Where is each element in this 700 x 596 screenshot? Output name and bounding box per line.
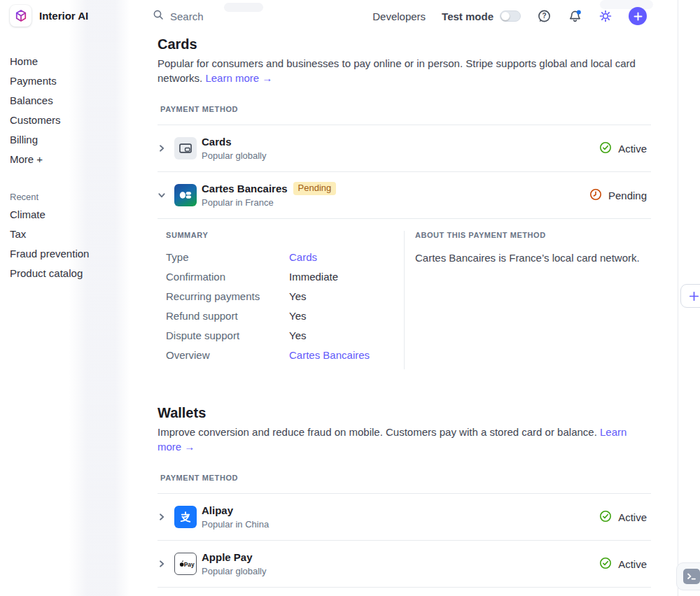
status-badge: Active [599,141,651,156]
about-text: Cartes Bancaires is France’s local card … [415,251,651,265]
summary-column: Summary Type Cards Confirmation Immediat… [166,231,405,369]
field-confirmation: Confirmation Immediate [166,271,404,282]
field-dispute-support: Dispute support Yes [166,330,404,341]
learn-more-link[interactable]: Learn more → [205,72,272,84]
field-recurring-payments: Recurring payments Yes [166,291,404,301]
developer-console-icon[interactable] [676,562,700,590]
help-icon[interactable]: ? [537,9,552,24]
settings-icon[interactable] [598,9,612,23]
field-value: Yes [289,311,306,321]
field-value: Yes [289,330,306,341]
toggle-knob [501,12,510,20]
status-text: Active [618,558,647,570]
section-title: Wallets [158,404,651,422]
payment-method-table: Cards Popular globally Active [158,125,651,378]
status-active-icon [599,141,612,156]
sidebar-item-billing[interactable]: Billing [0,130,140,150]
section-description: Improve conversion and reduce fraud on m… [158,425,642,454]
sidebar-item-product-catalog[interactable]: Product catalog [0,264,140,283]
sidebar: Home Payments Balances Customers Billing… [0,32,140,283]
payment-row-title: Cartes Bancaires [202,183,288,195]
topbar-actions: Developers Test mode ? [372,0,647,32]
sidebar-item-fraud-prevention[interactable]: Fraud prevention [0,244,140,264]
payment-row-text: Cards Popular globally [202,136,267,162]
add-icon[interactable] [629,7,647,25]
status-text: Pending [608,190,647,201]
alipay-logo [174,506,197,528]
status-text: Active [618,511,647,523]
apple-pay-logo: Pay [174,553,197,575]
sidebar-item-payments[interactable]: Payments [0,71,140,91]
cartes-bancaires-details: Summary Type Cards Confirmation Immediat… [158,219,651,378]
payment-row-text: Cartes Bancaires Pending Popular in Fran… [202,182,336,208]
search-input[interactable]: Search [153,0,204,32]
field-label: Recurring payments [166,291,289,301]
payment-row-text: Apple Pay Popular globally [202,551,267,577]
description-text: Improve conversion and reduce fraud on m… [158,426,597,438]
section-wallets: Wallets Improve conversion and reduce fr… [158,404,651,596]
section-cards: Cards Popular for consumers and business… [158,35,651,378]
summary-fields: Type Cards Confirmation Immediate Recurr… [166,252,404,360]
chevron-right-icon[interactable] [158,560,174,568]
about-header: About this payment method [415,231,651,239]
field-overview: Overview Cartes Bancaires [166,350,404,360]
field-label: Confirmation [166,271,289,282]
field-label: Overview [166,350,289,360]
floating-add-icon[interactable] [680,284,700,308]
svg-text:Pay: Pay [184,561,195,568]
sidebar-item-customers[interactable]: Customers [0,111,140,130]
status-pending-icon [589,188,602,203]
chevron-down-icon[interactable] [158,191,174,199]
payment-row-apple-pay[interactable]: Pay Apple Pay Popular globally Active [158,541,651,588]
chevron-right-icon[interactable] [158,513,174,521]
field-type: Type Cards [166,252,404,262]
sidebar-item-climate[interactable]: Climate [0,205,140,225]
status-active-icon [599,510,612,525]
sidebar-item-home[interactable]: Home [0,52,140,71]
payment-row-subtitle: Popular in France [202,197,336,208]
sidebar-item-more[interactable]: More + [0,150,140,169]
about-column: About this payment method Cartes Bancair… [405,231,651,369]
content-edge-divider [678,0,678,596]
payment-method-table: Alipay Popular in China Active [158,493,651,596]
payment-row-title: Alipay [202,504,233,517]
chevron-right-icon[interactable] [158,144,174,152]
test-mode-toggle[interactable] [500,10,521,22]
developers-link[interactable]: Developers [372,10,426,22]
brand-logo-icon [10,5,31,27]
search-placeholder: Search [170,10,204,22]
field-value: Yes [289,291,306,301]
payment-row-subtitle: Popular globally [202,150,267,162]
field-value: Immediate [289,271,338,282]
field-value-link[interactable]: Cards [289,252,317,262]
payment-row-cartes-bancaires[interactable]: Cartes Bancaires Pending Popular in Fran… [158,172,651,219]
status-badge: Active [599,510,651,525]
test-mode-control: Test mode [442,10,521,22]
payment-row-alipay[interactable]: Alipay Popular in China Active [158,494,651,541]
field-value-link[interactable]: Cartes Bancaires [289,350,370,360]
sidebar-item-balances[interactable]: Balances [0,91,140,111]
field-label: Refund support [166,311,289,321]
payment-row-title: Cards [202,136,232,148]
section-description: Popular for consumers and businesses to … [158,57,642,85]
cartes-bancaires-logo [174,184,197,206]
notifications-icon[interactable] [568,9,582,24]
main-content: Cards Popular for consumers and business… [158,32,651,596]
payment-row-cards[interactable]: Cards Popular globally Active [158,125,651,172]
payment-row-title: Apple Pay [202,551,253,564]
status-badge: Pending [589,188,651,203]
terminal-icon [683,569,700,584]
recent-section-label: Recent [0,189,140,205]
payment-row-google-pay[interactable]: Google Pay Active [158,588,651,596]
status-active-icon [599,557,612,572]
sidebar-item-tax[interactable]: Tax [0,225,140,244]
field-label: Type [166,252,289,262]
payment-row-subtitle: Popular globally [202,566,267,577]
svg-text:?: ? [542,12,546,20]
table-header-payment-method: Payment method [158,474,651,482]
brand[interactable]: Interior AI [10,5,88,27]
status-badge: Active [599,557,651,572]
section-title: Cards [158,35,651,53]
credit-card-icon [174,137,197,159]
test-mode-label: Test mode [442,10,493,22]
